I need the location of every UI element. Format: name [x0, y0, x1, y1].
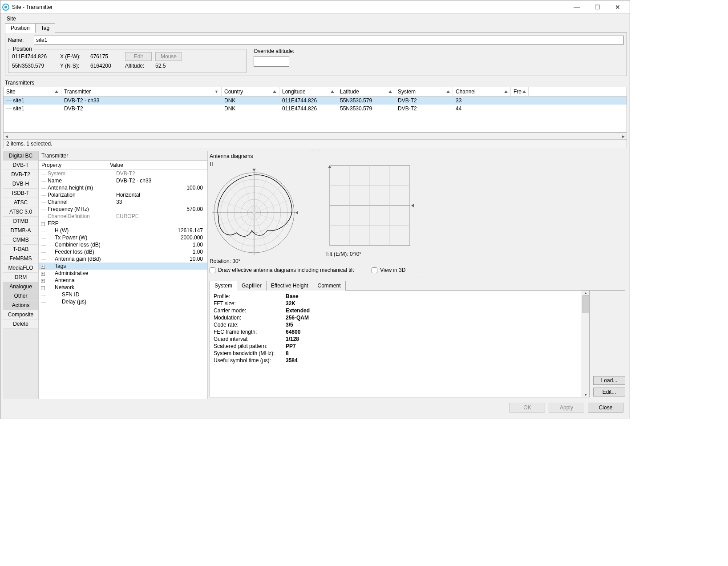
sidebar-item-digital-bc[interactable]: Digital BC: [3, 151, 38, 161]
tx-col-system[interactable]: System: [395, 87, 453, 96]
mouse-button[interactable]: Mouse: [155, 52, 182, 61]
prop-name: ChannelDefinition: [47, 213, 113, 219]
sidebar-item-cmmb[interactable]: CMMB: [3, 235, 38, 245]
sys-value: 64800: [286, 329, 310, 335]
prop-row[interactable]: +Administrative: [39, 270, 207, 277]
prop-row[interactable]: —Combiner loss (dB)1.00: [39, 241, 207, 248]
maximize-button[interactable]: ☐: [587, 1, 607, 13]
sidebar-item-mediaflo[interactable]: MediaFLO: [3, 263, 38, 273]
prop-row[interactable]: —Antenna height (m)100.00: [39, 184, 207, 191]
sidebar-item-delete[interactable]: Delete: [3, 319, 38, 329]
polar-diagram: [210, 168, 299, 257]
sidebar-item-other[interactable]: Other: [3, 291, 38, 301]
sys-key: Code rate:: [214, 322, 285, 328]
close-dialog-button[interactable]: Close: [588, 403, 623, 412]
prop-row[interactable]: —NameDVB-T2 - ch33: [39, 177, 207, 184]
tx-row[interactable]: — site1DVB-T2DNK011E4744.82655N3530.579D…: [4, 105, 627, 113]
load-button[interactable]: Load...: [593, 376, 625, 385]
tx-col-country[interactable]: Country: [222, 87, 279, 96]
override-altitude-input[interactable]: [254, 56, 289, 67]
ok-button[interactable]: OK: [510, 403, 545, 412]
tx-row[interactable]: — site1DVB-T2 - ch33DNK011E4744.82655N35…: [4, 97, 627, 105]
prop-value: 10.00: [113, 256, 206, 262]
apply-button[interactable]: Apply: [549, 403, 584, 412]
tab-position[interactable]: Position: [5, 23, 36, 33]
edit-button[interactable]: Edit: [125, 52, 152, 61]
subtab-system[interactable]: System: [210, 281, 237, 291]
collapse-icon[interactable]: −: [40, 285, 47, 290]
prop-col-property[interactable]: Property: [39, 161, 107, 170]
prop-row[interactable]: +Antenna: [39, 277, 207, 284]
scrollbar-thumb[interactable]: [582, 295, 589, 313]
minimize-button[interactable]: —: [566, 1, 587, 13]
subtab-gapfiller[interactable]: Gapfiller: [237, 281, 267, 291]
sidebar-item-dvb-h[interactable]: DVB-H: [3, 179, 38, 189]
prop-row[interactable]: —Tx Power (W)2000.000: [39, 234, 207, 241]
sidebar-item-atsc[interactable]: ATSC: [3, 198, 38, 207]
tx-col-channel[interactable]: Channel: [453, 87, 511, 96]
draw-effective-checkbox[interactable]: [210, 267, 215, 273]
close-button[interactable]: ✕: [607, 1, 628, 13]
sys-key: FFT size:: [214, 300, 285, 307]
tx-col-transmitter[interactable]: Transmitter▼: [61, 87, 222, 96]
view-3d-check[interactable]: View in 3D: [372, 267, 405, 273]
tx-col-longitude[interactable]: Longitude: [279, 87, 337, 96]
sidebar-item-fembms[interactable]: FeMBMS: [3, 254, 38, 263]
expand-icon[interactable]: +: [40, 271, 47, 276]
edit-system-button[interactable]: Edit...: [593, 388, 625, 396]
sidebar-item-isdb-t[interactable]: ISDB-T: [3, 189, 38, 198]
tx-col-site[interactable]: Site: [4, 87, 61, 96]
sidebar-item-composite[interactable]: Composite: [3, 310, 38, 319]
draw-effective-check[interactable]: Draw effective antenna diagrams includin…: [210, 267, 354, 273]
prop-row[interactable]: —ChannelDefinitionEUROPE: [39, 213, 207, 220]
prop-name: System: [47, 170, 113, 177]
prop-row[interactable]: —Feeder loss (dB)1.00: [39, 248, 207, 255]
tx-col-latitude[interactable]: Latitude: [337, 87, 395, 96]
expand-icon[interactable]: +: [40, 264, 47, 269]
prop-row[interactable]: —SystemDVB-T2: [39, 170, 207, 177]
prop-row[interactable]: —SFN ID: [39, 291, 207, 298]
sidebar-item-actions[interactable]: Actions: [3, 301, 38, 310]
system-vscroll[interactable]: ▴ ▾: [582, 291, 589, 397]
sidebar-item-t-dab[interactable]: T-DAB: [3, 245, 38, 254]
sidebar-item-dtmb-a[interactable]: DTMB-A: [3, 226, 38, 235]
prop-name: Tags: [47, 263, 113, 269]
prop-row[interactable]: −ERP: [39, 220, 207, 227]
prop-row[interactable]: —Antenna gain (dBd)10.00: [39, 255, 207, 263]
sys-key: Modulation:: [214, 315, 285, 321]
transmitters-hscroll[interactable]: ◄►: [3, 133, 627, 140]
horizontal-splitter[interactable]: · · · ·: [3, 148, 627, 151]
sidebar-item-dvb-t2[interactable]: DVB-T2: [3, 170, 38, 179]
sidebar-item-dtmb[interactable]: DTMB: [3, 217, 38, 226]
subtab-comment[interactable]: Comment: [313, 281, 346, 291]
scroll-up-icon[interactable]: ▴: [585, 291, 587, 295]
expand-icon[interactable]: +: [40, 278, 47, 283]
name-label: Name:: [8, 37, 30, 43]
name-input[interactable]: [34, 36, 624, 44]
prop-value: 1.00: [113, 249, 206, 255]
subtab-effective-height[interactable]: Effective Height: [266, 281, 313, 291]
prop-col-value[interactable]: Value: [107, 161, 207, 170]
prop-row[interactable]: —Frequency (MHz)570.00: [39, 206, 207, 213]
tab-tag[interactable]: Tag: [35, 23, 55, 33]
prop-row[interactable]: —Channel33: [39, 198, 207, 206]
sidebar-item-drm[interactable]: DRM: [3, 273, 38, 282]
sidebar-item-analogue[interactable]: Analogue: [3, 282, 38, 291]
view-3d-label: View in 3D: [380, 267, 405, 273]
prop-row[interactable]: —PolarizationHorizontal: [39, 191, 207, 198]
menu-site[interactable]: Site: [4, 15, 19, 23]
prop-row[interactable]: −Network: [39, 284, 207, 291]
right-splitter[interactable]: · · · ·: [210, 276, 625, 279]
tx-col-fre[interactable]: Fre: [511, 87, 529, 96]
scroll-down-icon[interactable]: ▾: [585, 392, 587, 397]
prop-row[interactable]: +Tags: [39, 263, 207, 270]
property-title: Transmitter: [39, 151, 207, 161]
collapse-icon[interactable]: −: [40, 221, 47, 226]
sidebar-item-atsc-3-0[interactable]: ATSC 3.0: [3, 207, 38, 217]
view-3d-checkbox[interactable]: [372, 267, 377, 273]
transmitters-rows: — site1DVB-T2 - ch33DNK011E4744.82655N35…: [4, 97, 627, 113]
sidebar-item-dvb-t[interactable]: DVB-T: [3, 161, 38, 170]
prop-row[interactable]: —Delay (µs): [39, 298, 207, 305]
prop-row[interactable]: —H (W)12619.147: [39, 227, 207, 234]
sys-key: Scattered pilot pattern:: [214, 343, 285, 349]
